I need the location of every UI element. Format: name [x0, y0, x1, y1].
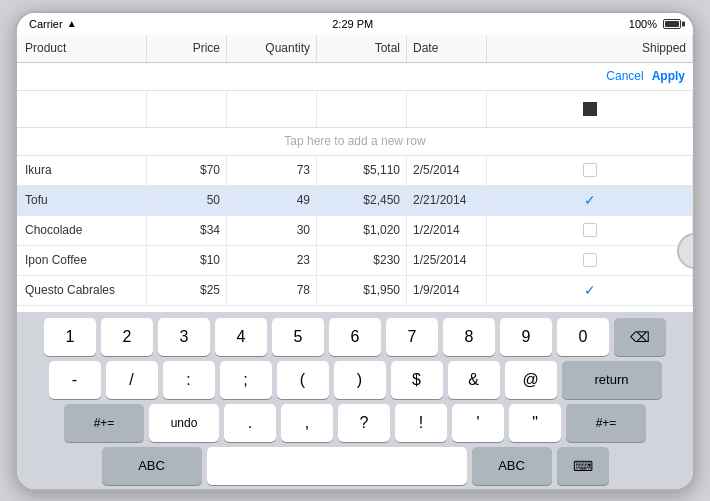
key-exclamation[interactable]: !	[395, 404, 447, 442]
cell-price: $34	[147, 216, 227, 245]
edit-product-cell[interactable]	[17, 91, 147, 127]
edit-price-input[interactable]	[153, 95, 220, 123]
return-key[interactable]: return	[562, 361, 662, 399]
status-time: 2:29 PM	[332, 18, 373, 30]
key-period[interactable]: .	[224, 404, 276, 442]
key-9[interactable]: 9	[500, 318, 552, 356]
battery-icon	[663, 19, 681, 29]
key-6[interactable]: 6	[329, 318, 381, 356]
keyboard-row-2: - / : ; ( ) $ & @ return	[21, 361, 689, 399]
cell-quantity: 73	[227, 156, 317, 185]
key-abc-right[interactable]: ABC	[472, 447, 552, 485]
keyboard-row-3: #+= undo . , ? ! ' " #+=	[21, 404, 689, 442]
battery-percent: 100%	[629, 18, 657, 30]
status-carrier: Carrier ▲	[29, 18, 77, 30]
keyboard-row-4: ABC ABC ⌨	[21, 447, 689, 485]
cell-date: 1/2/2014	[407, 216, 487, 245]
edit-quantity-cell[interactable]	[227, 91, 317, 127]
cell-total: $1,020	[317, 216, 407, 245]
edit-date-cell[interactable]	[407, 91, 487, 127]
backspace-key[interactable]: ⌫	[614, 318, 666, 356]
cell-price: $70	[147, 156, 227, 185]
edit-date-input[interactable]	[413, 95, 480, 123]
key-5[interactable]: 5	[272, 318, 324, 356]
key-7[interactable]: 7	[386, 318, 438, 356]
key-0[interactable]: 0	[557, 318, 609, 356]
key-colon[interactable]: :	[163, 361, 215, 399]
key-question[interactable]: ?	[338, 404, 390, 442]
cancel-button[interactable]: Cancel	[606, 69, 643, 83]
table-row[interactable]: Chocolade $34 30 $1,020 1/2/2014	[17, 216, 693, 246]
data-rows-container: Ikura $70 73 $5,110 2/5/2014 Tofu 50 49 …	[17, 156, 693, 306]
edit-total-cell[interactable]	[317, 91, 407, 127]
cell-quantity: 23	[227, 246, 317, 275]
shipped-empty-checkbox	[583, 223, 597, 237]
edit-total-input[interactable]	[323, 95, 400, 123]
editing-row	[17, 91, 693, 128]
cell-quantity: 30	[227, 216, 317, 245]
key-3[interactable]: 3	[158, 318, 210, 356]
apply-button[interactable]: Apply	[652, 69, 685, 83]
keyboard-row-1: 1 2 3 4 5 6 7 8 9 0 ⌫	[21, 318, 689, 356]
key-emoji[interactable]: ⌨	[557, 447, 609, 485]
key-open-paren[interactable]: (	[277, 361, 329, 399]
key-comma[interactable]: ,	[281, 404, 333, 442]
key-hashtag-right[interactable]: #+=	[566, 404, 646, 442]
key-quote[interactable]: "	[509, 404, 561, 442]
key-slash[interactable]: /	[106, 361, 158, 399]
cell-total: $1,950	[317, 276, 407, 305]
shipped-empty-checkbox	[583, 163, 597, 177]
key-dollar[interactable]: $	[391, 361, 443, 399]
cell-product: Chocolade	[17, 216, 147, 245]
wifi-icon: ▲	[67, 18, 77, 29]
edit-shipped-cell[interactable]	[487, 91, 693, 127]
header-total: Total	[317, 35, 407, 62]
cell-total: $5,110	[317, 156, 407, 185]
shipped-checkmark: ✓	[584, 192, 596, 208]
key-apostrophe[interactable]: '	[452, 404, 504, 442]
table-row[interactable]: Ikura $70 73 $5,110 2/5/2014	[17, 156, 693, 186]
key-abc-left[interactable]: ABC	[102, 447, 202, 485]
key-minus[interactable]: -	[49, 361, 101, 399]
table-area: Product Price Quantity Total Date Shippe…	[17, 35, 693, 312]
keyboard: 1 2 3 4 5 6 7 8 9 0 ⌫ - / : ; ( ) $ & @ …	[17, 312, 693, 489]
add-row-text: Tap here to add a new row	[284, 134, 425, 148]
cell-shipped	[487, 216, 693, 245]
key-8[interactable]: 8	[443, 318, 495, 356]
edit-price-cell[interactable]	[147, 91, 227, 127]
cell-shipped	[487, 246, 693, 275]
shipped-empty-checkbox	[583, 253, 597, 267]
cell-product: Tofu	[17, 186, 147, 215]
edit-quantity-input[interactable]	[233, 95, 310, 123]
key-1[interactable]: 1	[44, 318, 96, 356]
edit-product-input[interactable]	[25, 95, 140, 123]
table-row[interactable]: Ipon Coffee $10 23 $230 1/25/2014	[17, 246, 693, 276]
table-row[interactable]: Tofu 50 49 $2,450 2/21/2014 ✓	[17, 186, 693, 216]
shipped-checkbox-active[interactable]	[583, 102, 597, 116]
key-at[interactable]: @	[505, 361, 557, 399]
status-battery: 100%	[629, 18, 681, 30]
key-semicolon[interactable]: ;	[220, 361, 272, 399]
header-price: Price	[147, 35, 227, 62]
cell-shipped	[487, 156, 693, 185]
key-ampersand[interactable]: &	[448, 361, 500, 399]
table-row[interactable]: Questo Cabrales $25 78 $1,950 1/9/2014 ✓	[17, 276, 693, 306]
table-header: Product Price Quantity Total Date Shippe…	[17, 35, 693, 63]
add-row[interactable]: Tap here to add a new row	[17, 128, 693, 156]
key-undo[interactable]: undo	[149, 404, 219, 442]
cell-date: 2/21/2014	[407, 186, 487, 215]
cell-shipped: ✓	[487, 186, 693, 215]
cell-product: Ikura	[17, 156, 147, 185]
header-shipped: Shipped	[487, 35, 693, 62]
cell-date: 1/25/2014	[407, 246, 487, 275]
header-quantity: Quantity	[227, 35, 317, 62]
key-close-paren[interactable]: )	[334, 361, 386, 399]
key-space[interactable]	[207, 447, 467, 485]
cell-date: 1/9/2014	[407, 276, 487, 305]
header-date: Date	[407, 35, 487, 62]
key-hashtag-left[interactable]: #+=	[64, 404, 144, 442]
key-4[interactable]: 4	[215, 318, 267, 356]
cell-date: 2/5/2014	[407, 156, 487, 185]
key-2[interactable]: 2	[101, 318, 153, 356]
cell-price: $10	[147, 246, 227, 275]
